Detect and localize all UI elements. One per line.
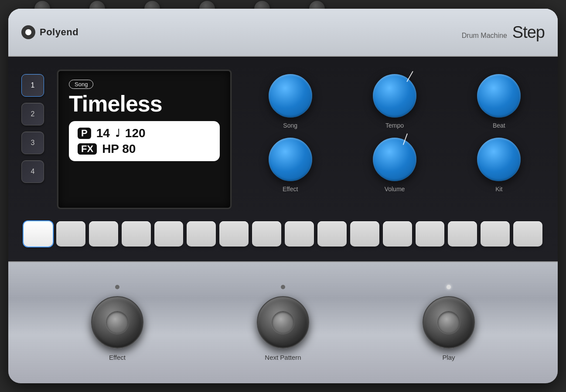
side-buttons: 1 2 3 4 [21, 74, 44, 183]
metronome-icon: ♩ [115, 128, 120, 139]
pattern-value: 14 [96, 127, 110, 139]
step-button-6[interactable] [187, 221, 216, 247]
pedal-play-indicator [447, 285, 451, 289]
header-right: Drum Machine Step [462, 23, 545, 42]
tempo-value: 120 [125, 127, 146, 139]
knob-group-tempo: Tempo [349, 74, 440, 129]
step-button-15[interactable] [481, 221, 510, 247]
step-button-1[interactable] [24, 221, 53, 247]
knob-song[interactable] [269, 74, 312, 118]
screen-title: Timeless [69, 92, 220, 115]
pedal-effect[interactable] [91, 296, 143, 348]
side-button-3[interactable]: 3 [21, 132, 44, 154]
screen-info-box: P 14 ♩ 120 FX HP 80 [69, 121, 220, 161]
knob-group-kit: Kit [453, 138, 545, 193]
pedal-effect-label: Effect [109, 354, 126, 361]
knob-beat-label: Beat [493, 122, 505, 129]
pedal-effect-indicator [115, 285, 119, 289]
knob-effect-label: Effect [283, 186, 298, 193]
product-type: Drum Machine [462, 32, 507, 40]
step-button-8[interactable] [252, 221, 281, 247]
knob-group-effect: Effect [245, 138, 336, 193]
knob-group-song: Song [245, 74, 336, 129]
pattern-badge: P [78, 128, 91, 139]
step-button-13[interactable] [416, 221, 445, 247]
screen: Song Timeless P 14 ♩ 120 FX HP 80 [57, 70, 232, 209]
fx-value: HP 80 [102, 143, 136, 155]
knob-group-beat: Beat [453, 74, 545, 129]
step-button-5[interactable] [154, 221, 184, 247]
footer: Effect Next Pattern Play [8, 261, 558, 383]
polyend-logo-icon [21, 25, 35, 39]
step-button-10[interactable] [317, 221, 347, 247]
pedal-play[interactable] [423, 296, 475, 348]
screen-pattern-row: P 14 ♩ 120 [78, 127, 211, 139]
step-button-9[interactable] [285, 221, 314, 247]
knob-effect[interactable] [269, 138, 312, 181]
step-button-14[interactable] [448, 221, 477, 247]
step-button-7[interactable] [219, 221, 249, 247]
knob-kit-label: Kit [495, 186, 502, 193]
knob-song-label: Song [283, 122, 297, 129]
header: Polyend Drum Machine Step [8, 9, 558, 57]
step-button-12[interactable] [383, 221, 412, 247]
step-button-3[interactable] [89, 221, 118, 247]
pedal-play-label: Play [442, 354, 455, 361]
knob-kit[interactable] [477, 138, 521, 181]
side-button-2[interactable]: 2 [21, 103, 44, 125]
knobs-section: Song Tempo Beat Effect Volume [245, 70, 545, 193]
step-button-4[interactable] [122, 221, 151, 247]
screen-fx-row: FX HP 80 [78, 143, 211, 155]
knob-tempo[interactable] [373, 74, 416, 118]
pedal-group-next-pattern: Next Pattern [257, 285, 309, 361]
product-name: Step [512, 23, 545, 42]
step-buttons [21, 221, 545, 247]
top-section: 1 2 3 4 Song Timeless P 1 [21, 70, 545, 209]
logo-area: Polyend [21, 25, 78, 39]
knob-volume-label: Volume [385, 186, 405, 193]
knob-group-volume: Volume [349, 138, 440, 193]
step-button-2[interactable] [56, 221, 85, 247]
pedal-next-pattern-label: Next Pattern [265, 354, 301, 361]
pedal-next-pattern-indicator [281, 285, 285, 289]
pedal-group-play: Play [423, 285, 475, 361]
knob-tempo-label: Tempo [385, 122, 404, 129]
device: Polyend Drum Machine Step 1 2 3 4 [8, 9, 558, 383]
step-button-11[interactable] [350, 221, 379, 247]
fx-badge: FX [78, 143, 97, 155]
step-button-16[interactable] [513, 221, 542, 247]
pedal-next-pattern[interactable] [257, 296, 309, 348]
pedal-group-effect: Effect [91, 285, 143, 361]
side-button-1[interactable]: 1 [21, 74, 44, 97]
side-button-4[interactable]: 4 [21, 160, 44, 183]
screen-song-tag: Song [69, 80, 93, 89]
brand-name: Polyend [40, 27, 78, 38]
knob-beat[interactable] [477, 74, 521, 118]
knob-volume[interactable] [373, 138, 416, 181]
